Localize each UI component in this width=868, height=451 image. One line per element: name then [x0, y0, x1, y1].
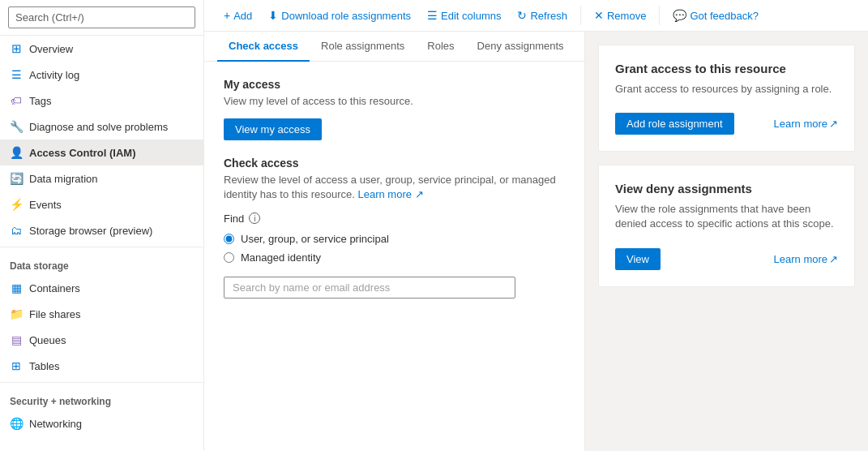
tab-classic-admins[interactable]: Classic administrators: [575, 32, 584, 62]
my-access-section: My access View my level of access to thi…: [224, 78, 565, 140]
sidebar-item-events[interactable]: ⚡ Events: [0, 191, 203, 217]
security-label: Security + networking: [0, 386, 203, 410]
sidebar-item-label: Queues: [29, 334, 66, 346]
people-icon: 👤: [10, 146, 23, 159]
sidebar-item-tables[interactable]: ⊞ Tables: [0, 353, 203, 379]
grant-access-card: Grant access to this resource Grant acce…: [598, 45, 855, 152]
sidebar-item-label: Data migration: [29, 173, 98, 185]
remove-label: Remove: [607, 10, 646, 22]
tab-roles[interactable]: Roles: [416, 32, 465, 62]
content-area: Check access Role assignments Roles Deny…: [204, 32, 868, 451]
download-button[interactable]: ⬇ Download role assignments: [262, 5, 417, 26]
sidebar-item-file-shares[interactable]: 📁 File shares: [0, 301, 203, 327]
right-panel: Grant access to this resource Grant acce…: [584, 32, 868, 451]
sidebar-item-label: Networking: [29, 418, 82, 430]
sidebar-item-containers[interactable]: ▦ Containers: [0, 275, 203, 301]
radio-user-group-label: User, group, or service principal: [241, 233, 389, 245]
view-deny-learn-more-label: Learn more: [774, 253, 827, 265]
download-icon: ⬇: [268, 9, 278, 22]
grant-access-learn-more-link[interactable]: Learn more ↗: [774, 118, 838, 130]
toolbar: + Add ⬇ Download role assignments ☰ Edit…: [204, 0, 868, 32]
check-access-section: Check access Review the level of access …: [224, 157, 565, 298]
container-icon: ▦: [10, 281, 23, 294]
sidebar-item-label: Tags: [29, 95, 51, 107]
network-icon: 🌐: [10, 417, 23, 430]
sidebar-item-tags[interactable]: 🏷 Tags: [0, 88, 203, 114]
view-deny-title: View deny assignments: [615, 182, 838, 195]
check-access-desc: Review the level of access a user, group…: [224, 173, 565, 202]
tab-role-assignments[interactable]: Role assignments: [310, 32, 416, 62]
radio-managed-identity[interactable]: Managed identity: [224, 251, 565, 264]
sidebar-item-networking[interactable]: 🌐 Networking: [0, 410, 203, 436]
queue-icon: ▤: [10, 333, 23, 346]
sidebar-item-queues[interactable]: ▤ Queues: [0, 327, 203, 353]
my-access-desc: View my level of access to this resource…: [224, 94, 565, 109]
radio-group: User, group, or service principal Manage…: [224, 233, 565, 264]
sidebar-item-diagnose[interactable]: 🔧 Diagnose and solve problems: [0, 114, 203, 140]
wrench-icon: 🔧: [10, 120, 23, 133]
sidebar-search-area: [0, 0, 203, 36]
columns-icon: ☰: [427, 9, 438, 22]
external-link-icon-2: ↗: [829, 118, 838, 130]
add-role-assignment-button[interactable]: Add role assignment: [615, 113, 734, 135]
view-deny-learn-more-link[interactable]: Learn more ↗: [774, 253, 838, 265]
folder-icon: 🗂: [10, 224, 23, 237]
migrate-icon: 🔄: [10, 172, 23, 185]
add-button[interactable]: + Add: [217, 5, 259, 26]
radio-managed-identity-label: Managed identity: [241, 251, 321, 264]
view-deny-card: View deny assignments View the role assi…: [598, 165, 855, 286]
sidebar-item-label: Overview: [29, 43, 73, 55]
sidebar-item-data-migration[interactable]: 🔄 Data migration: [0, 165, 203, 191]
learn-more-label: Learn more: [357, 188, 411, 200]
refresh-icon: ↻: [517, 9, 527, 22]
divider-2: [0, 382, 203, 383]
refresh-button[interactable]: ↻ Refresh: [511, 5, 574, 26]
tab-deny-assignments[interactable]: Deny assignments: [466, 32, 575, 62]
tab-check-access[interactable]: Check access: [217, 32, 310, 62]
sidebar-item-activity-log[interactable]: ☰ Activity log: [0, 62, 203, 88]
check-access-title: Check access: [224, 157, 565, 170]
view-deny-actions: View Learn more ↗: [615, 248, 838, 270]
remove-button[interactable]: ✕ Remove: [588, 5, 652, 26]
learn-more-link[interactable]: Learn more ↗: [357, 188, 423, 200]
sidebar-item-storage-browser[interactable]: 🗂 Storage browser (preview): [0, 217, 203, 243]
tabs-bar: Check access Role assignments Roles Deny…: [204, 32, 584, 62]
view-deny-desc: View the role assignments that have been…: [615, 202, 838, 231]
download-label: Download role assignments: [281, 10, 411, 22]
list-icon: ☰: [10, 68, 23, 81]
sidebar-item-label: Tables: [29, 360, 60, 372]
sidebar-item-overview[interactable]: ⊞ Overview: [0, 36, 203, 62]
view-my-access-button[interactable]: View my access: [224, 118, 322, 140]
info-icon[interactable]: i: [249, 213, 260, 224]
find-row: Find i: [224, 213, 565, 225]
plus-icon: +: [224, 9, 230, 22]
sidebar-item-label: Activity log: [29, 69, 79, 81]
search-input[interactable]: [224, 277, 515, 299]
feedback-button[interactable]: 💬 Got feedback?: [666, 5, 765, 26]
left-panel: Check access Role assignments Roles Deny…: [204, 32, 584, 451]
my-access-title: My access: [224, 78, 565, 91]
sidebar-item-access-control[interactable]: 👤 Access Control (IAM): [0, 140, 203, 165]
toolbar-separator-2: [659, 6, 660, 25]
remove-icon: ✕: [594, 9, 604, 22]
radio-user-group[interactable]: User, group, or service principal: [224, 233, 565, 245]
radio-user-group-input[interactable]: [224, 234, 234, 244]
sidebar-item-label: Events: [29, 199, 62, 211]
sidebar-item-label: Storage browser (preview): [29, 225, 152, 237]
toolbar-separator: [580, 6, 581, 25]
edit-columns-button[interactable]: ☰ Edit columns: [421, 5, 507, 26]
grant-access-learn-more-label: Learn more: [774, 118, 827, 130]
refresh-label: Refresh: [530, 10, 567, 22]
view-button[interactable]: View: [615, 248, 661, 270]
radio-managed-identity-input[interactable]: [224, 252, 234, 263]
sidebar-search-input[interactable]: [8, 6, 195, 28]
data-storage-label: Data storage: [0, 251, 203, 275]
bolt-icon: ⚡: [10, 198, 23, 211]
divider: [0, 247, 203, 247]
grant-access-desc: Grant access to resources by assigning a…: [615, 82, 838, 97]
feedback-icon: 💬: [673, 9, 686, 22]
grant-access-actions: Add role assignment Learn more ↗: [615, 113, 838, 135]
tag-icon: 🏷: [10, 94, 23, 107]
external-link-icon: ↗: [415, 188, 424, 200]
sidebar-item-label: Access Control (IAM): [29, 147, 135, 159]
